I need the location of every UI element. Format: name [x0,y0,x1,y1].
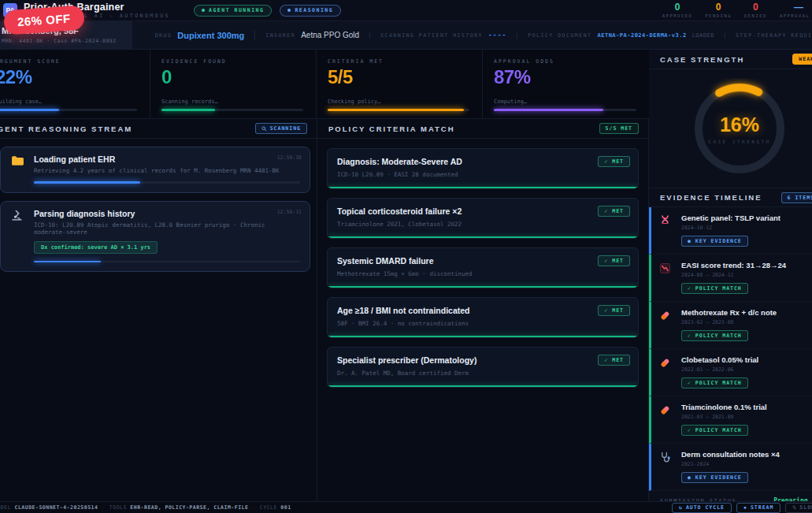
policy-criteria-panel: POLICY CRITERIA MATCH 5/5 MET Diagnosis:… [317,119,649,501]
key-evidence-badge: ● KEY EVIDENCE [681,472,748,483]
met-badge: ✓ MET [598,355,630,366]
folder-icon [11,155,24,169]
argument-score-card: ARGUMENT SCORE 22% Building case… [0,50,150,118]
met-badge: ✓ MET [598,305,630,316]
approved-counter: 0 APPROVED [662,2,693,19]
cycle-value: 001 [280,504,291,511]
stream-item-title: Loading patient EHR [34,154,300,164]
evidence-timeline: Genetic panel: TSLP variant 2024-10-12 ●… [649,207,812,491]
app-window: 26% OFF PA Prior-Auth Bargainer L AI - A… [0,0,812,513]
model-label: MODEL [0,504,11,511]
timeline-item[interactable]: Genetic panel: TSLP variant 2024-10-12 ●… [649,207,812,255]
drug-field: DRUG Dupixent 300mg [145,31,255,40]
criterion-progress-line [328,336,638,337]
kpi-row: ARGUMENT SCORE 22% Building case… EVIDEN… [0,50,649,119]
auto-cycle-toggle[interactable]: ↻ AUTO CYCLE [672,503,732,513]
progress-track [161,109,303,111]
patient-meta: MRN: 4481-BK · Case #PA-2024-0892 [2,38,117,44]
gauge-percent: 16% [720,113,759,136]
app-subtitle: L AI - AUTONOMOUS [84,13,170,19]
stream-item-time: 12:59:30 [277,154,302,161]
microscope-icon [11,210,23,225]
refresh-icon: ↻ [679,504,683,511]
timeline-item[interactable]: Methotrexate Rx + d/c note 2023-02 – 202… [649,302,812,349]
policy-match-badge: ✓ POLICY MATCH [681,425,748,436]
stream-item: Loading patient EHR 12:59:30 Retrieving … [0,147,310,193]
case-strength-title: CASE STRENGTH [660,55,744,64]
criterion-progress-line [328,286,638,288]
policy-match-badge: ✓ POLICY MATCH [681,283,748,294]
criteria-met-card: CRITERIA MET 5/5 Checking policy… [317,50,483,118]
approval-odds-card: APPROVAL ODDS 87% Computing… [483,50,649,118]
slow-toggle[interactable]: % SLOW [785,503,812,513]
progress-track [0,109,137,111]
met-badge: ✓ MET [598,206,630,217]
patient-bar: M. Rosenberg, 58F MRN: 4481-BK · Case #P… [0,21,812,50]
criterion-card: Age ≥18 / BMI not contraindicated ✓ MET … [327,297,639,338]
pending-counter: 0 PENDING [705,2,732,19]
timeline-item[interactable]: EASI score trend: 31→28→24 2024-08 – 202… [649,255,812,302]
stream-square-icon: ▪ [743,504,747,511]
met-badge: ✓ MET [598,255,630,266]
status-bar: MODEL CLAUDE-SONNET-4-20250514 · TOOLS E… [0,501,812,513]
approval-pct-counter: — APPROVAL % [780,2,812,19]
criterion-card: Systemic DMARD failure ✓ MET Methotrexat… [327,247,639,288]
stream-item-desc: ICD-10: L20.89 Atopic dermatitis, L28.0 … [34,221,300,236]
model-value: CLAUDE-SONNET-4-20250514 [15,504,98,511]
timeline-item[interactable]: Clobetasol 0.05% trial 2022-01 – 2022-06… [649,349,812,396]
policy-doc-field: POLICY DOCUMENT AETNA-PA-2024-DERMA-v3.2… [517,32,725,39]
step-therapy-field: STEP-THERAPY REQUIREMENTS IDENTIFIED: 3 … [725,32,812,39]
case-strength-badge: WEAK [792,54,812,65]
status-dot-icon [287,9,291,12]
scanning-badge: SCANNING [255,123,307,134]
pill-icon [660,357,670,371]
key-evidence-badge: ● KEY EVIDENCE [681,236,748,247]
approval-odds-value: 87% [494,66,636,88]
progress-track [494,109,636,111]
stethoscope-icon [660,452,670,466]
status-dot-icon [202,9,205,12]
criteria-met-value: 5/5 [328,66,469,88]
denied-counter: 0 DENIED [744,2,767,19]
stream-panel-title: AGENT REASONING STREAM [0,125,132,133]
criterion-progress-line [328,385,638,387]
speed-icon: % [792,504,796,511]
chart-down-icon [660,262,670,277]
criterion-progress-line [328,236,638,238]
pill-icon [660,310,670,324]
gauge-caption: CASE STRENGTH [708,139,770,144]
timeline-count-badge: 6 ITEMS [781,192,812,203]
progress-track [34,261,300,263]
tools-label: TOOLS [109,504,127,511]
stream-item: Parsing diagnosis history 12:59:31 ICD-1… [0,201,310,273]
stream-item-title: Parsing diagnosis history [34,209,300,218]
stream-toggle[interactable]: ▪ STREAM [736,503,780,513]
policy-match-badge: ✓ POLICY MATCH [681,330,748,341]
stream-item-desc: Retrieving 4.2 years of clinical records… [34,167,300,174]
header-counters: 0 APPROVED 0 PENDING 0 DENIED — APPROVAL… [662,2,812,19]
criterion-card: Specialist prescriber (Dermatology) ✓ ME… [327,347,639,388]
stream-item-time: 12:59:31 [277,209,302,215]
insurer-field: INSURER Aetna PPO Gold [254,31,369,39]
timeline-item[interactable]: Derm consultation notes ×4 2021-2024 ● K… [649,444,812,491]
met-badge: ✓ MET [598,156,630,167]
criterion-card: Diagnosis: Moderate-Severe AD ✓ MET ICD-… [327,148,639,189]
progress-track [34,181,300,184]
policy-match-badge: ✓ POLICY MATCH [681,377,748,388]
tools-value: EHR-READ, POLICY-PARSE, CLAIM-FILE [130,504,248,511]
dx-confirmed-tag: Dx confirmed: severe AD × 3.1 yrs [34,241,158,254]
agent-running-badge: AGENT RUNNING [194,5,272,17]
criterion-progress-line [328,187,638,188]
case-strength-gauge: 16% CASE STRENGTH [649,69,812,188]
progress-track [328,109,469,111]
app-header: PA Prior-Auth Bargainer L AI - AUTONOMOU… [0,0,812,21]
evidence-found-card: EVIDENCE FOUND 0 Scanning records… [150,50,317,118]
pill-icon [660,404,670,418]
criteria-panel-title: POLICY CRITERIA MATCH [328,125,455,133]
criteria-count-badge: 5/5 MET [599,123,639,134]
evidence-found-value: 0 [161,66,303,88]
timeline-item[interactable]: Triamcinolone 0.1% trial 2021-03 – 2021-… [649,396,812,444]
case-strength-panel: CASE STRENGTH WEAK 16% CASE STRENGTH EVI… [649,50,812,501]
argument-score-value: 22% [0,66,137,88]
timeline-title: EVIDENCE TIMELINE [660,193,762,202]
